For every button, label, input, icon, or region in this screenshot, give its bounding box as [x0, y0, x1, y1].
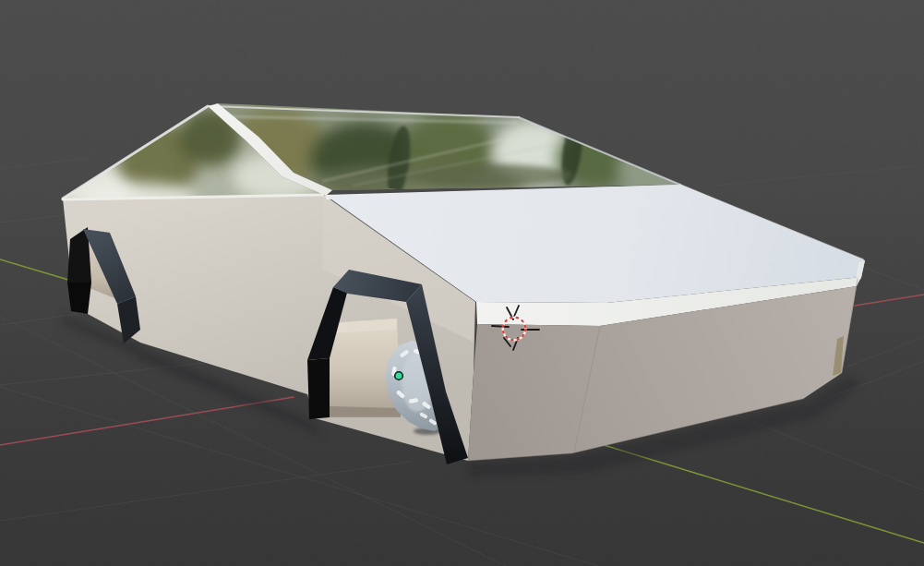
object-origin-dot	[395, 372, 403, 380]
viewport-scene	[0, 0, 924, 566]
rear-fender-leg	[67, 283, 91, 314]
front-wheel-well-shadow	[330, 406, 401, 417]
cursor-tick	[492, 326, 509, 327]
front-fender-leg	[307, 358, 330, 419]
glass-reflection-blob	[406, 164, 572, 187]
blender-3d-viewport[interactable]	[0, 0, 924, 566]
